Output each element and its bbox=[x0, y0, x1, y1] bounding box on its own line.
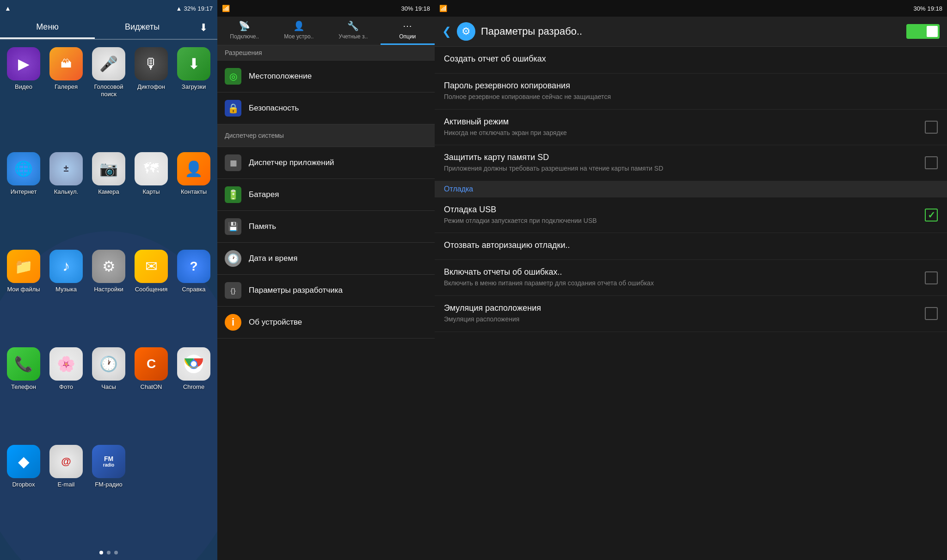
settings-item-devtools[interactable]: {} Параметры разработчика bbox=[217, 275, 435, 307]
backup-password-subtitle: Полное резервное копирование сейчас не з… bbox=[444, 93, 611, 100]
app-icon-help: ? bbox=[177, 250, 210, 283]
app-messages[interactable]: ✉ Сообщения bbox=[132, 250, 170, 343]
app-fmradio[interactable]: FMradio FM-радио bbox=[90, 445, 128, 538]
app-label-downloads: Загрузки bbox=[182, 83, 206, 91]
settings-item-appmanager[interactable]: ▦ Диспетчер приложений bbox=[217, 147, 435, 179]
sysmanager-label: Диспетчер системы bbox=[225, 132, 284, 139]
dev-item-backup-password[interactable]: Пароль резервного копирования Полное рез… bbox=[435, 74, 947, 110]
developer-list: Создать отчет об ошибках Пароль резервно… bbox=[435, 47, 947, 560]
tab-widgets[interactable]: Виджеты bbox=[95, 17, 190, 39]
app-music[interactable]: ♪ Музыка bbox=[47, 250, 85, 343]
protect-sd-title: Защитить карту памяти SD bbox=[444, 153, 663, 162]
datetime-label: Дата и время bbox=[249, 254, 297, 263]
settings-item-memory[interactable]: 💾 Память bbox=[217, 211, 435, 243]
signal-icon: ▲ bbox=[176, 5, 182, 12]
dev-item-stay-awake[interactable]: Активный режим Никогда не отключать экра… bbox=[435, 110, 947, 146]
app-help[interactable]: ? Справка bbox=[175, 250, 213, 343]
app-icon-email: @ bbox=[49, 445, 83, 478]
app-icon-calc: ± bbox=[49, 152, 83, 185]
download-tab-icon[interactable]: ⬇ bbox=[190, 17, 217, 39]
tab-menu[interactable]: Меню bbox=[0, 17, 95, 39]
dot-3 bbox=[114, 551, 118, 554]
settings-item-location[interactable]: ◎ Местоположение bbox=[217, 61, 435, 92]
app-contacts[interactable]: 👤 Контакты bbox=[175, 152, 213, 245]
app-settings[interactable]: ⚙ Настройки bbox=[90, 250, 128, 343]
app-downloads[interactable]: ⬇ Загрузки bbox=[175, 47, 213, 148]
dev-battery: 30% bbox=[913, 5, 925, 12]
app-icon-chrome bbox=[177, 347, 210, 381]
datetime-icon: 🕐 bbox=[225, 250, 241, 267]
app-icon-chaton: C bbox=[135, 347, 168, 381]
settings-item-security[interactable]: 🔒 Безопасность bbox=[217, 92, 435, 124]
developer-toggle[interactable] bbox=[906, 24, 940, 39]
dev-item-bug-report[interactable]: Создать отчет об ошибках bbox=[435, 47, 947, 74]
mock-location-title: Эмуляция расположения bbox=[444, 303, 541, 313]
dev-item-mock-location[interactable]: Эмуляция расположения Эмуляция расположе… bbox=[435, 296, 947, 332]
app-chrome[interactable]: Chrome bbox=[175, 347, 213, 440]
dev-wifi-icon: 📶 bbox=[439, 5, 447, 12]
backup-password-title: Пароль резервного копирования bbox=[444, 81, 570, 91]
memory-label: Память bbox=[249, 222, 276, 231]
app-label-video: Видео bbox=[15, 83, 32, 91]
app-camera[interactable]: 📷 Камера bbox=[90, 152, 128, 245]
app-gallery[interactable]: 🏔 Галерея bbox=[47, 47, 85, 148]
app-label-dropbox: Dropbox bbox=[12, 481, 35, 488]
dev-time: 19:18 bbox=[927, 5, 942, 12]
tab-options[interactable]: ⋯ Опции bbox=[381, 17, 435, 45]
mock-location-checkbox[interactable] bbox=[925, 307, 938, 320]
protect-sd-subtitle: Приложения должны требовать разрешения н… bbox=[444, 164, 663, 173]
app-calc[interactable]: ± Калькул. bbox=[47, 152, 85, 245]
app-photos[interactable]: 🌸 Фото bbox=[47, 347, 85, 440]
tab-accounts[interactable]: 🔧 Учетные з.. bbox=[326, 17, 381, 45]
app-myfiles[interactable]: 📁 Мои файлы bbox=[5, 250, 43, 343]
usb-debug-checkbox[interactable] bbox=[925, 209, 938, 222]
protect-sd-row: Защитить карту памяти SD Приложения долж… bbox=[444, 153, 938, 173]
app-phone[interactable]: 📞 Телефон bbox=[5, 347, 43, 440]
settings-item-datetime[interactable]: 🕐 Дата и время bbox=[217, 243, 435, 275]
app-clock[interactable]: 🕐 Часы bbox=[90, 347, 128, 440]
dev-item-error-reports[interactable]: Включать отчеты об ошибках.. Включить в … bbox=[435, 260, 947, 296]
dev-item-revoke-auth[interactable]: Отозвать авторизацию отладки.. bbox=[435, 233, 947, 260]
dev-item-usb-debug[interactable]: Отладка USB Режим отладки запускается пр… bbox=[435, 197, 947, 234]
options-tab-icon: ⋯ bbox=[403, 20, 412, 31]
app-label-voice: Голосовой поиск bbox=[90, 83, 128, 98]
app-voice[interactable]: 🎤 Голосовой поиск bbox=[90, 47, 128, 148]
tab-mydevice[interactable]: 👤 Мое устро.. bbox=[272, 17, 326, 45]
debug-section-label: Отладка bbox=[444, 185, 473, 193]
app-maps[interactable]: 🗺 Карты bbox=[132, 152, 170, 245]
settings-item-battery[interactable]: 🔋 Батарея bbox=[217, 179, 435, 211]
tab-connect[interactable]: 📡 Подключе.. bbox=[217, 17, 272, 45]
back-button[interactable]: ❮ bbox=[442, 25, 451, 38]
security-label: Безопасность bbox=[249, 104, 299, 113]
devtools-label: Параметры разработчика bbox=[249, 286, 343, 295]
settings-status-left: 📶 bbox=[222, 5, 230, 12]
error-reports-checkbox[interactable] bbox=[925, 271, 938, 284]
app-label-chrome: Chrome bbox=[183, 383, 204, 391]
dot-1 bbox=[99, 551, 103, 554]
mock-location-subtitle: Эмуляция расположения bbox=[444, 315, 541, 324]
app-video[interactable]: ▶ Видео bbox=[5, 47, 43, 148]
stay-awake-checkbox[interactable] bbox=[925, 121, 938, 134]
settings-panel: 📶 30% 19:18 📡 Подключе.. 👤 Мое устро.. 🔧… bbox=[217, 0, 435, 560]
app-internet[interactable]: 🌐 Интернет bbox=[5, 152, 43, 245]
protect-sd-checkbox[interactable] bbox=[925, 156, 938, 169]
home-status-right: ▲ 32% 19:17 bbox=[176, 5, 213, 12]
error-reports-row: Включать отчеты об ошибках.. Включить в … bbox=[444, 267, 938, 288]
app-chaton[interactable]: C ChatON bbox=[132, 347, 170, 440]
backup-password-row: Пароль резервного копирования bbox=[444, 81, 938, 92]
app-recorder[interactable]: 🎙 Диктофон bbox=[132, 47, 170, 148]
settings-item-sysmanager-header: Диспетчер системы bbox=[217, 124, 435, 147]
dot-2 bbox=[107, 551, 111, 554]
developer-gear-icon: ⚙ bbox=[457, 22, 475, 41]
app-label-help: Справка bbox=[182, 286, 206, 293]
app-label-messages: Сообщения bbox=[135, 286, 168, 293]
dev-item-protect-sd[interactable]: Защитить карту памяти SD Приложения долж… bbox=[435, 145, 947, 181]
settings-item-about[interactable]: i Об устройстве bbox=[217, 307, 435, 338]
settings-list: Разрешения ◎ Местоположение 🔒 Безопаснос… bbox=[217, 45, 435, 560]
app-email[interactable]: @ E-mail bbox=[47, 445, 85, 538]
app-dropbox[interactable]: ◆ Dropbox bbox=[5, 445, 43, 538]
revoke-auth-row: Отозвать авторизацию отладки.. bbox=[444, 240, 938, 252]
settings-wifi-icon: 📶 bbox=[222, 5, 230, 12]
app-icon-internet: 🌐 bbox=[7, 152, 40, 185]
app-label-settings: Настройки bbox=[94, 286, 123, 293]
